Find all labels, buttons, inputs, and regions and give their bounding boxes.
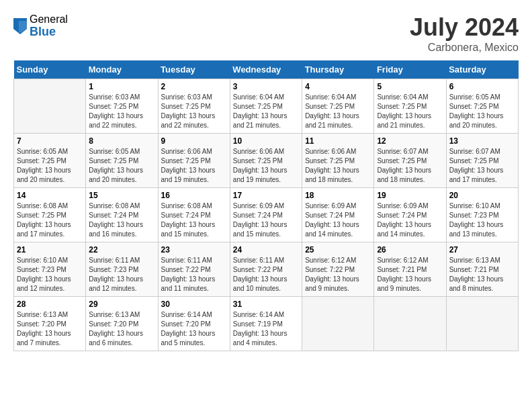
week-row-1: 7Sunrise: 6:05 AMSunset: 7:25 PMDaylight… — [14, 134, 519, 188]
day-number-0-6: 6 — [449, 82, 515, 91]
day-number-0-2: 2 — [161, 82, 227, 91]
cell-3-5: 26Sunrise: 6:12 AMSunset: 7:21 PMDayligh… — [374, 242, 446, 297]
cell-1-2: 9Sunrise: 6:06 AMSunset: 7:25 PMDaylight… — [158, 134, 230, 188]
cell-2-2: 16Sunrise: 6:08 AMSunset: 7:24 PMDayligh… — [158, 188, 230, 242]
header-wednesday: Wednesday — [230, 60, 302, 79]
header-thursday: Thursday — [302, 60, 374, 79]
cell-2-5: 19Sunrise: 6:09 AMSunset: 7:24 PMDayligh… — [374, 188, 446, 242]
day-number-4-1: 29 — [89, 300, 154, 309]
cell-4-4 — [302, 297, 374, 351]
day-details-3-2: Sunrise: 6:11 AMSunset: 7:22 PMDaylight:… — [161, 256, 227, 293]
cell-1-3: 10Sunrise: 6:06 AMSunset: 7:25 PMDayligh… — [230, 134, 302, 188]
day-details-3-6: Sunrise: 6:13 AMSunset: 7:21 PMDaylight:… — [449, 256, 515, 293]
logo-text: General Blue — [30, 13, 68, 38]
day-details-1-0: Sunrise: 6:05 AMSunset: 7:25 PMDaylight:… — [17, 147, 83, 185]
cell-4-0: 28Sunrise: 6:13 AMSunset: 7:20 PMDayligh… — [14, 297, 86, 351]
day-number-2-2: 16 — [161, 191, 227, 200]
week-row-2: 14Sunrise: 6:08 AMSunset: 7:25 PMDayligh… — [14, 188, 519, 242]
day-number-1-2: 9 — [161, 136, 227, 146]
cell-1-0: 7Sunrise: 6:05 AMSunset: 7:25 PMDaylight… — [14, 134, 86, 188]
cell-0-6: 6Sunrise: 6:05 AMSunset: 7:25 PMDaylight… — [446, 79, 518, 134]
cell-1-6: 13Sunrise: 6:07 AMSunset: 7:25 PMDayligh… — [446, 134, 518, 188]
header-row: Sunday Monday Tuesday Wednesday Thursday… — [14, 60, 519, 79]
title-block: July 2024 Carbonera, Mexico — [410, 13, 519, 54]
day-number-0-5: 5 — [377, 82, 443, 91]
cell-2-6: 20Sunrise: 6:10 AMSunset: 7:23 PMDayligh… — [446, 188, 518, 242]
header-tuesday: Tuesday — [158, 60, 230, 79]
cell-0-2: 2Sunrise: 6:03 AMSunset: 7:25 PMDaylight… — [158, 79, 230, 134]
week-row-4: 28Sunrise: 6:13 AMSunset: 7:20 PMDayligh… — [14, 297, 519, 351]
day-details-2-0: Sunrise: 6:08 AMSunset: 7:25 PMDaylight:… — [17, 201, 83, 239]
cell-0-5: 5Sunrise: 6:04 AMSunset: 7:25 PMDaylight… — [374, 79, 446, 134]
cell-1-4: 11Sunrise: 6:06 AMSunset: 7:25 PMDayligh… — [302, 134, 374, 188]
logo-blue: Blue — [30, 26, 68, 39]
cell-4-1: 29Sunrise: 6:13 AMSunset: 7:20 PMDayligh… — [86, 297, 158, 351]
day-details-3-0: Sunrise: 6:10 AMSunset: 7:23 PMDaylight:… — [17, 256, 83, 293]
cell-2-0: 14Sunrise: 6:08 AMSunset: 7:25 PMDayligh… — [14, 188, 86, 242]
day-details-4-3: Sunrise: 6:14 AMSunset: 7:19 PMDaylight:… — [233, 310, 299, 348]
day-number-2-5: 19 — [377, 191, 443, 200]
calendar-body: 1Sunrise: 6:03 AMSunset: 7:25 PMDaylight… — [14, 79, 519, 351]
day-details-3-5: Sunrise: 6:12 AMSunset: 7:21 PMDaylight:… — [377, 256, 443, 293]
cell-4-3: 31Sunrise: 6:14 AMSunset: 7:19 PMDayligh… — [230, 297, 302, 351]
day-details-2-3: Sunrise: 6:09 AMSunset: 7:24 PMDaylight:… — [233, 201, 299, 239]
calendar-header: Sunday Monday Tuesday Wednesday Thursday… — [14, 60, 519, 79]
cell-0-0 — [14, 79, 86, 134]
cell-2-1: 15Sunrise: 6:08 AMSunset: 7:24 PMDayligh… — [86, 188, 158, 242]
day-number-1-0: 7 — [17, 136, 83, 146]
day-number-1-4: 11 — [305, 136, 371, 146]
cell-2-4: 18Sunrise: 6:09 AMSunset: 7:24 PMDayligh… — [302, 188, 374, 242]
week-row-0: 1Sunrise: 6:03 AMSunset: 7:25 PMDaylight… — [14, 79, 519, 134]
header-sunday: Sunday — [14, 60, 86, 79]
day-details-3-4: Sunrise: 6:12 AMSunset: 7:22 PMDaylight:… — [305, 256, 371, 293]
day-details-2-5: Sunrise: 6:09 AMSunset: 7:24 PMDaylight:… — [377, 201, 443, 239]
header-saturday: Saturday — [446, 60, 518, 79]
week-row-3: 21Sunrise: 6:10 AMSunset: 7:23 PMDayligh… — [14, 242, 519, 297]
day-details-0-6: Sunrise: 6:05 AMSunset: 7:25 PMDaylight:… — [449, 93, 515, 130]
day-number-3-2: 23 — [161, 245, 227, 255]
day-details-1-2: Sunrise: 6:06 AMSunset: 7:25 PMDaylight:… — [161, 147, 227, 185]
cell-3-0: 21Sunrise: 6:10 AMSunset: 7:23 PMDayligh… — [14, 242, 86, 297]
cell-0-4: 4Sunrise: 6:04 AMSunset: 7:25 PMDaylight… — [302, 79, 374, 134]
header-friday: Friday — [374, 60, 446, 79]
day-number-2-0: 14 — [17, 191, 83, 200]
day-details-1-1: Sunrise: 6:05 AMSunset: 7:25 PMDaylight:… — [89, 147, 154, 185]
day-details-0-1: Sunrise: 6:03 AMSunset: 7:25 PMDaylight:… — [89, 93, 154, 130]
day-details-4-1: Sunrise: 6:13 AMSunset: 7:20 PMDaylight:… — [89, 310, 154, 348]
day-number-4-3: 31 — [233, 300, 299, 309]
cell-0-3: 3Sunrise: 6:04 AMSunset: 7:25 PMDaylight… — [230, 79, 302, 134]
day-details-3-3: Sunrise: 6:11 AMSunset: 7:22 PMDaylight:… — [233, 256, 299, 293]
cell-4-6 — [446, 297, 518, 351]
day-details-2-6: Sunrise: 6:10 AMSunset: 7:23 PMDaylight:… — [449, 201, 515, 239]
day-number-1-6: 13 — [449, 136, 515, 146]
logo-icon — [13, 18, 27, 34]
day-number-2-3: 17 — [233, 191, 299, 200]
cell-3-4: 25Sunrise: 6:12 AMSunset: 7:22 PMDayligh… — [302, 242, 374, 297]
logo: General Blue — [13, 13, 68, 38]
title-month: July 2024 — [410, 13, 519, 42]
day-details-0-2: Sunrise: 6:03 AMSunset: 7:25 PMDaylight:… — [161, 93, 227, 130]
cell-1-5: 12Sunrise: 6:07 AMSunset: 7:25 PMDayligh… — [374, 134, 446, 188]
day-number-0-3: 3 — [233, 82, 299, 91]
logo-general: General — [30, 13, 68, 26]
day-details-4-0: Sunrise: 6:13 AMSunset: 7:20 PMDaylight:… — [17, 310, 83, 348]
day-details-2-1: Sunrise: 6:08 AMSunset: 7:24 PMDaylight:… — [89, 201, 154, 239]
day-number-2-6: 20 — [449, 191, 515, 200]
day-number-3-0: 21 — [17, 245, 83, 255]
cell-3-3: 24Sunrise: 6:11 AMSunset: 7:22 PMDayligh… — [230, 242, 302, 297]
day-details-0-4: Sunrise: 6:04 AMSunset: 7:25 PMDaylight:… — [305, 93, 371, 130]
day-details-1-6: Sunrise: 6:07 AMSunset: 7:25 PMDaylight:… — [449, 147, 515, 185]
day-number-3-3: 24 — [233, 245, 299, 255]
day-number-0-4: 4 — [305, 82, 371, 91]
day-number-4-0: 28 — [17, 300, 83, 309]
day-details-4-2: Sunrise: 6:14 AMSunset: 7:20 PMDaylight:… — [161, 310, 227, 348]
calendar-table: Sunday Monday Tuesday Wednesday Thursday… — [13, 60, 519, 351]
day-number-3-5: 26 — [377, 245, 443, 255]
day-number-1-1: 8 — [89, 136, 154, 146]
day-number-3-4: 25 — [305, 245, 371, 255]
day-details-2-4: Sunrise: 6:09 AMSunset: 7:24 PMDaylight:… — [305, 201, 371, 239]
cell-3-1: 22Sunrise: 6:11 AMSunset: 7:23 PMDayligh… — [86, 242, 158, 297]
day-details-3-1: Sunrise: 6:11 AMSunset: 7:23 PMDaylight:… — [89, 256, 154, 293]
cell-1-1: 8Sunrise: 6:05 AMSunset: 7:25 PMDaylight… — [86, 134, 158, 188]
day-details-0-3: Sunrise: 6:04 AMSunset: 7:25 PMDaylight:… — [233, 93, 299, 130]
